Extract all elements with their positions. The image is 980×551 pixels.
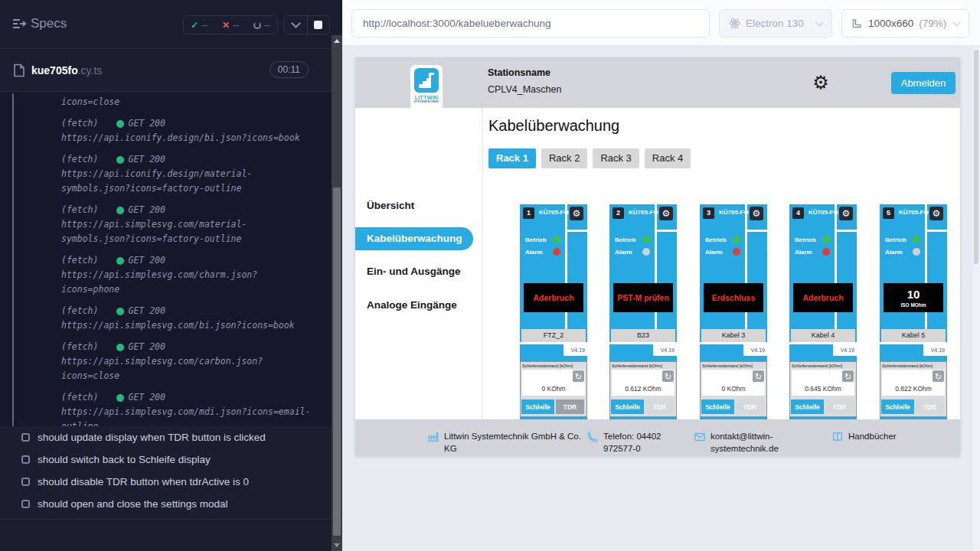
test-state-icon bbox=[21, 478, 30, 486]
log-entry: (fetch)GET 200 https://api.simplesvg.com… bbox=[61, 340, 332, 383]
tab-rack-3[interactable]: Rack 3 bbox=[593, 148, 639, 168]
footer-handbuecher[interactable]: Handbücher bbox=[831, 430, 897, 443]
value-box: ↻ 0 KOhm bbox=[522, 370, 585, 396]
alarm-led-row: Alarm bbox=[615, 248, 650, 256]
card-model: KÜ705-FO bbox=[539, 209, 569, 216]
divider bbox=[657, 230, 677, 232]
card-number-badge: 5 bbox=[883, 207, 894, 219]
log-entry: (fetch)GET 200 https://api.iconify.desig… bbox=[61, 152, 332, 196]
divider bbox=[0, 519, 332, 520]
betrieb-led bbox=[642, 236, 650, 243]
schleife-button[interactable]: Schleife bbox=[611, 399, 644, 414]
tdr-button: TDR bbox=[825, 399, 854, 414]
card-settings-gear-icon[interactable]: ⚙ bbox=[750, 207, 763, 220]
reporter-scrollbar[interactable] bbox=[332, 35, 342, 551]
sidebar-item-analoge-eingaenge[interactable]: Analoge Eingänge bbox=[367, 299, 457, 311]
browser-select[interactable]: Electron 130 bbox=[719, 9, 832, 37]
tab-rack-4[interactable]: Rack 4 bbox=[645, 148, 691, 168]
log-entry: (fetch)GET 200 https://api.simplesvg.com… bbox=[61, 390, 332, 426]
card-model: KÜ705-FO bbox=[808, 209, 838, 216]
stop-button[interactable] bbox=[307, 16, 330, 34]
betrieb-led-row: Betrieb bbox=[885, 236, 920, 243]
device-card-1: 1 KÜ705-FO ⚙ Betrieb Alarm Aderbruch FTZ… bbox=[520, 204, 587, 419]
log-entry: icons=close bbox=[61, 95, 332, 109]
card-number-badge: 2 bbox=[612, 207, 624, 219]
command-log[interactable]: icons=close (fetch)GET 200 https://api.i… bbox=[0, 92, 332, 426]
specs-title[interactable]: Specs bbox=[31, 16, 67, 31]
divider bbox=[837, 230, 857, 232]
value-box: ↻ 0 KOhm bbox=[702, 370, 765, 396]
tdr-button[interactable]: TDR bbox=[556, 399, 584, 414]
rack-tabs: Rack 1 Rack 2 Rack 3 Rack 4 bbox=[488, 148, 691, 168]
refresh-icon[interactable]: ↻ bbox=[842, 370, 854, 382]
status-dot bbox=[116, 344, 124, 351]
card-model: KÜ705-FO bbox=[719, 209, 749, 216]
test-item[interactable]: should update display when TDR button is… bbox=[0, 426, 332, 448]
log-entry: (fetch)GET 200 https://api.simplesvg.com… bbox=[61, 253, 332, 297]
check-icon: ✓ bbox=[191, 20, 198, 31]
card-number-badge: 3 bbox=[703, 207, 714, 219]
settings-gear-icon[interactable]: ⚙ bbox=[809, 71, 832, 94]
scrollbar-thumb[interactable] bbox=[333, 187, 341, 536]
status-dot bbox=[116, 257, 124, 265]
stop-icon bbox=[314, 21, 322, 29]
card-settings-gear-icon[interactable]: ⚙ bbox=[659, 207, 673, 220]
email-icon bbox=[694, 431, 706, 443]
schleife-button[interactable]: Schleife bbox=[881, 399, 914, 414]
test-state-icon bbox=[21, 455, 30, 464]
viewport-size-select[interactable]: 1000x660 (79%) bbox=[841, 9, 969, 37]
device-card-4: 4 KÜ705-FO ⚙ Betrieb Alarm Aderbruch Kab… bbox=[789, 204, 857, 419]
schleife-button[interactable]: Schleife bbox=[791, 399, 824, 414]
test-item[interactable]: should open and close the settings modal bbox=[0, 493, 332, 515]
schleife-button[interactable]: Schleife bbox=[521, 399, 554, 414]
scroll-down-icon[interactable] bbox=[334, 543, 340, 547]
refresh-icon[interactable]: ↻ bbox=[933, 370, 944, 382]
screen: Specs ✓-- ✕-- -- kue705fo.cy.ts 00:11 ic… bbox=[0, 0, 980, 551]
tab-rack-1[interactable]: Rack 1 bbox=[488, 148, 536, 168]
loop-resistance-panel: Schleifenwiderstand [kOhm] ↻ 0.645 KOhm … bbox=[789, 361, 857, 417]
cable-label: FTZ_2 bbox=[521, 329, 586, 342]
refresh-icon[interactable]: ↻ bbox=[573, 370, 584, 382]
card-settings-gear-icon[interactable]: ⚙ bbox=[570, 207, 583, 220]
logout-button[interactable]: Abmelden bbox=[891, 72, 956, 94]
status-display: 10 ISO MOhm bbox=[884, 283, 943, 312]
test-list: should update display when TDR button is… bbox=[0, 426, 332, 520]
footer-email[interactable]: kontakt@littwin-systemtechnik.de bbox=[694, 430, 801, 455]
specs-list-icon[interactable] bbox=[12, 18, 26, 29]
status-display: Erdschluss bbox=[704, 283, 763, 312]
page-scrollbar[interactable] bbox=[972, 47, 980, 551]
spec-row[interactable]: kue705fo.cy.ts 00:11 bbox=[0, 50, 332, 92]
collapse-button[interactable] bbox=[285, 16, 307, 34]
resistance-value: 0 KOhm bbox=[702, 385, 765, 393]
test-item[interactable]: should switch back to Schleife display bbox=[0, 448, 332, 471]
sidebar-item-ein-und-ausgaenge[interactable]: Ein- und Ausgänge bbox=[367, 266, 461, 277]
card-settings-gear-icon[interactable]: ⚙ bbox=[839, 207, 853, 220]
refresh-icon[interactable]: ↻ bbox=[662, 370, 674, 382]
firmware-version: V4.19 bbox=[833, 344, 857, 356]
sidebar-item-kabelueberwachung[interactable]: Kabelüberwachung bbox=[355, 227, 473, 250]
cable-label: Kabel 5 bbox=[881, 329, 946, 342]
loop-resistance-panel: Schleifenwiderstand [kOhm] ↻ 0.822 KOhm … bbox=[880, 361, 947, 417]
device-card-2: 2 KÜ705-FO ⚙ Betrieb Alarm PST-M prüfen … bbox=[609, 204, 677, 419]
test-item[interactable]: should disable TDR button when tdrActive… bbox=[0, 471, 332, 493]
card-number-badge: 4 bbox=[792, 207, 804, 219]
iso-unit: ISO MOhm bbox=[900, 302, 926, 308]
scroll-up-icon[interactable] bbox=[334, 39, 340, 43]
tdr-button: TDR bbox=[736, 399, 764, 414]
betrieb-led bbox=[913, 236, 920, 243]
tab-rack-2[interactable]: Rack 2 bbox=[541, 148, 587, 168]
stat-pending: -- bbox=[253, 20, 270, 31]
scrollbar-thumb[interactable] bbox=[974, 50, 978, 264]
schleife-button[interactable]: Schleife bbox=[701, 399, 734, 414]
resistance-value: 0 KOhm bbox=[522, 385, 585, 393]
alarm-led bbox=[553, 248, 560, 256]
refresh-icon[interactable]: ↻ bbox=[753, 370, 764, 382]
divider bbox=[747, 230, 767, 232]
alarm-led bbox=[642, 248, 650, 256]
electron-icon bbox=[729, 18, 740, 29]
card-settings-gear-icon[interactable]: ⚙ bbox=[929, 207, 943, 220]
spec-timer: 00:11 bbox=[270, 61, 309, 78]
logo-text: LITTWIN bbox=[410, 95, 443, 100]
sidebar-item-uebersicht[interactable]: Übersicht bbox=[367, 200, 414, 211]
url-input[interactable] bbox=[351, 9, 710, 37]
